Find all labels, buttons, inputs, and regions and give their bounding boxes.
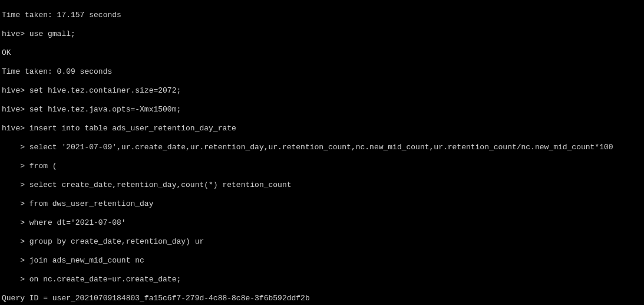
terminal[interactable]: Time taken: 17.157 seconds hive> use gma… xyxy=(0,0,644,305)
output-line: > on nc.create_date=ur.create_date; xyxy=(2,275,642,284)
output-line: > select create_date,retention_day,count… xyxy=(2,181,642,190)
output-line: OK xyxy=(2,48,642,58)
output-line: > from ( xyxy=(2,162,642,171)
output-line: Query ID = user_20210709184803_fa15c6f7-… xyxy=(2,294,642,303)
output-line: > where dt='2021-07-08' xyxy=(2,218,642,228)
output-line: > group by create_date,retention_day) ur xyxy=(2,237,642,247)
output-line: Time taken: 17.157 seconds xyxy=(2,11,642,20)
output-line: hive> use gmall; xyxy=(2,29,642,39)
output-line: > select '2021-07-09',ur.create_date,ur.… xyxy=(2,143,642,152)
output-line: hive> insert into table ads_user_retenti… xyxy=(2,124,642,133)
output-line: > from dws_user_retention_day xyxy=(2,199,642,209)
output-line: hive> set hive.tez.java.opts=-Xmx1500m; xyxy=(2,105,642,114)
output-line: hive> set hive.tez.container.size=2072; xyxy=(2,86,642,96)
output-line: > join ads_new_mid_count nc xyxy=(2,256,642,265)
output-line: Time taken: 0.09 seconds xyxy=(2,67,642,77)
